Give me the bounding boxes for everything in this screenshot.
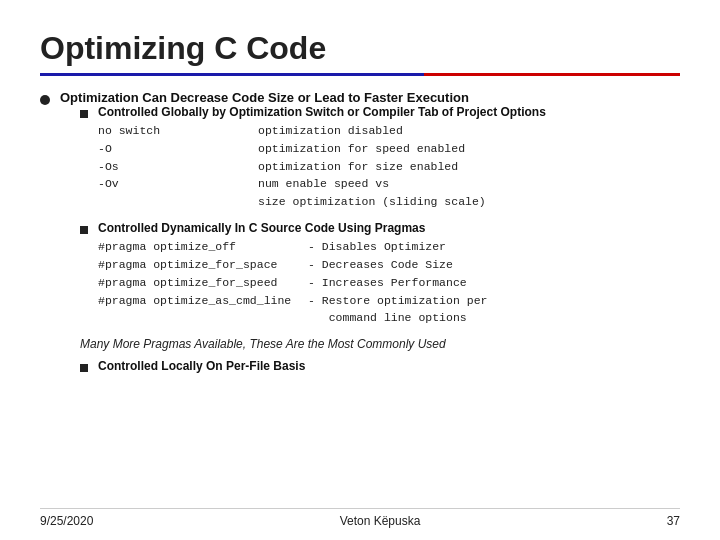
sub-section-3: Controlled Locally On Per-File Basis	[80, 359, 680, 376]
desc-col-2: - Increases Performance	[308, 274, 487, 292]
opt-col-1: optimization for speed enabled	[258, 140, 546, 158]
switch-col-3: -Ov	[98, 175, 258, 193]
switch-col-0: no switch	[98, 122, 258, 140]
opt-col-4: size optimization (sliding scale)	[258, 193, 546, 211]
sub-bullet-1: Controlled Globally by Optimization Swit…	[80, 105, 680, 211]
switch-col-2: -Os	[98, 158, 258, 176]
main-bullet: Optimization Can Decrease Code Size or L…	[40, 90, 680, 386]
bullet-square-3	[80, 364, 88, 372]
opt-col-2: optimization for size enabled	[258, 158, 546, 176]
pragma-col-2: #pragma optimize_for_speed	[98, 274, 308, 292]
sub-bullet-2: Controlled Dynamically In C Source Code …	[80, 221, 680, 327]
switch-col-1: -O	[98, 140, 258, 158]
bullet-square-1	[80, 110, 88, 118]
switch-col-4	[98, 193, 258, 211]
footer: 9/25/2020 Veton Këpuska 37	[40, 508, 680, 528]
slide: Optimizing C Code Optimization Can Decre…	[0, 0, 720, 540]
pragma-col-1: #pragma optimize_for_space	[98, 256, 308, 274]
main-heading: Optimization Can Decrease Code Size or L…	[60, 90, 680, 105]
sub-section-2: Controlled Dynamically In C Source Code …	[80, 221, 680, 327]
title-underline	[40, 73, 680, 76]
sub-heading-2: Controlled Dynamically In C Source Code …	[98, 221, 487, 235]
footer-page: 37	[667, 514, 680, 528]
desc-col-1: - Decreases Code Size	[308, 256, 487, 274]
pragma-col-0: #pragma optimize_off	[98, 238, 308, 256]
sub-section-1: Controlled Globally by Optimization Swit…	[80, 105, 680, 211]
bullet-dot	[40, 95, 50, 105]
desc-col-0: - Disables Optimizer	[308, 238, 487, 256]
pragma-table: #pragma optimize_off - Disables Optimize…	[98, 238, 487, 327]
bullet-square-2	[80, 226, 88, 234]
slide-title: Optimizing C Code	[40, 30, 680, 67]
footer-author: Veton Këpuska	[340, 514, 421, 528]
sub-heading-3: Controlled Locally On Per-File Basis	[98, 359, 305, 373]
opt-col-0: optimization disabled	[258, 122, 546, 140]
optimization-table: no switch optimization disabled -O optim…	[98, 122, 546, 211]
sub-heading-1: Controlled Globally by Optimization Swit…	[98, 105, 546, 119]
sub-bullet-3: Controlled Locally On Per-File Basis	[80, 359, 680, 376]
opt-col-3: num enable speed vs	[258, 175, 546, 193]
pragma-col-3: #pragma optimize_as_cmd_line	[98, 292, 308, 328]
footer-date: 9/25/2020	[40, 514, 93, 528]
more-pragmas-text: Many More Pragmas Available, These Are t…	[80, 337, 680, 351]
desc-col-3: - Restore optimization per command line …	[308, 292, 487, 328]
